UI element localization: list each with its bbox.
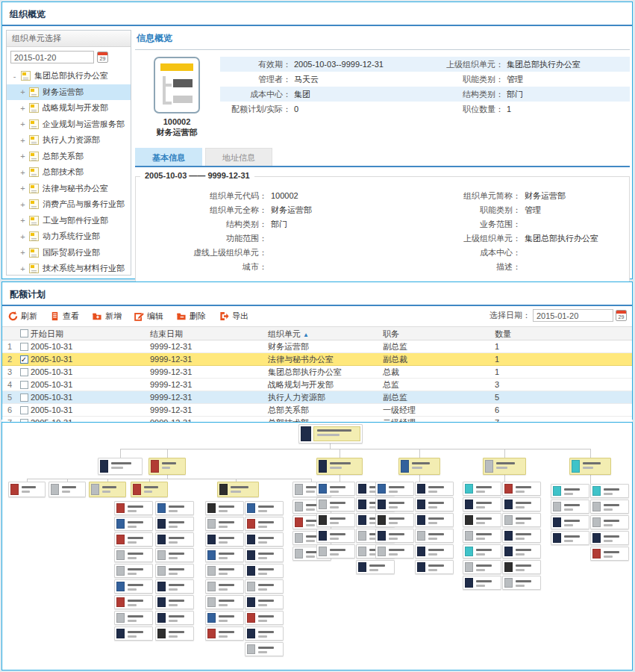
row-checkbox[interactable]: [20, 381, 28, 389]
employee-card[interactable]: [375, 482, 414, 496]
employee-card[interactable]: [415, 513, 454, 527]
expand-icon[interactable]: +: [19, 168, 26, 177]
quota-date-input[interactable]: [533, 309, 613, 322]
employee-card[interactable]: [316, 544, 355, 559]
row-checkbox[interactable]: [20, 393, 28, 402]
table-row[interactable]: 52005-10-319999-12-31执行人力资源部副总监5: [2, 391, 632, 404]
employee-card[interactable]: [551, 484, 589, 498]
tree-item[interactable]: +法律与秘书办公室: [7, 181, 131, 197]
employee-card[interactable]: [502, 529, 541, 543]
employee-card[interactable]: [316, 497, 355, 511]
employee-card[interactable]: [114, 564, 153, 578]
tree-date-input[interactable]: [10, 51, 94, 63]
select-all-checkbox[interactable]: [20, 329, 28, 337]
employee-card[interactable]: [502, 482, 541, 496]
tree-item[interactable]: -集团总部执行办公室: [7, 68, 131, 84]
employee-card[interactable]: [205, 564, 244, 578]
employee-card[interactable]: [245, 564, 284, 578]
level2-org-card[interactable]: [569, 458, 611, 475]
table-row[interactable]: 2✓2005-10-319999-12-31法律与秘书办公室副总裁1: [2, 353, 632, 366]
employee-card[interactable]: [590, 547, 629, 561]
employee-card[interactable]: [316, 513, 355, 527]
export-button[interactable]: 导出: [219, 311, 248, 322]
employee-card[interactable]: [415, 529, 454, 543]
employee-card[interactable]: [415, 544, 454, 559]
col-header[interactable]: 数量: [495, 327, 632, 340]
employee-card[interactable]: [155, 564, 194, 578]
table-row[interactable]: 32005-10-319999-12-31集团总部执行办公室总裁1: [2, 366, 632, 379]
employee-card[interactable]: [590, 484, 629, 498]
employee-card[interactable]: [463, 576, 501, 590]
employee-card[interactable]: [551, 515, 589, 529]
employee-card[interactable]: [551, 531, 589, 545]
collapse-icon[interactable]: -: [11, 72, 18, 81]
expand-icon[interactable]: +: [19, 87, 26, 96]
level2-org-card[interactable]: [148, 458, 186, 475]
employee-card[interactable]: [502, 544, 541, 559]
employee-card[interactable]: [356, 560, 395, 574]
employee-card[interactable]: [205, 626, 244, 641]
table-row[interactable]: 42005-10-319999-12-31战略规划与开发部总监3: [2, 379, 632, 391]
expand-icon[interactable]: +: [19, 248, 26, 257]
expand-icon[interactable]: +: [19, 152, 26, 161]
tree-item[interactable]: +技术系统与材料行业部: [7, 261, 131, 276]
tree-item[interactable]: +总部关系部: [7, 149, 131, 165]
employee-card[interactable]: [316, 482, 355, 496]
employee-card[interactable]: [502, 576, 541, 590]
view-button[interactable]: 查看: [50, 311, 79, 322]
level2-org-card[interactable]: [483, 458, 526, 475]
employee-card[interactable]: [155, 517, 194, 531]
employee-card[interactable]: [205, 501, 244, 515]
employee-card[interactable]: [245, 611, 284, 625]
tab-basic-info[interactable]: 基本信息: [135, 148, 202, 166]
expand-icon[interactable]: +: [19, 119, 26, 128]
row-checkbox[interactable]: [20, 368, 28, 376]
employee-card[interactable]: [551, 500, 589, 514]
edit-button[interactable]: 编辑: [134, 311, 163, 322]
row-checkbox[interactable]: [20, 343, 28, 351]
employee-card[interactable]: [245, 626, 284, 641]
employee-card[interactable]: [463, 497, 501, 511]
col-header[interactable]: 组织单元▲: [268, 327, 383, 340]
employee-card[interactable]: [205, 517, 244, 531]
delete-button[interactable]: 删除: [176, 311, 206, 322]
expand-icon[interactable]: +: [19, 104, 26, 113]
expand-icon[interactable]: +: [19, 200, 26, 209]
employee-card[interactable]: [155, 501, 194, 515]
employee-card[interactable]: [245, 501, 284, 515]
level2-org-card[interactable]: [398, 458, 440, 475]
employee-card[interactable]: [114, 611, 153, 625]
employee-card[interactable]: [155, 595, 194, 609]
expand-icon[interactable]: +: [19, 232, 26, 241]
col-header[interactable]: 职务: [383, 327, 495, 340]
employee-card[interactable]: [463, 544, 501, 559]
row-checkbox[interactable]: ✓: [20, 355, 28, 364]
employee-card[interactable]: [245, 579, 284, 594]
employee-card[interactable]: [155, 548, 194, 562]
col-header[interactable]: 开始日期: [31, 327, 150, 340]
employee-card[interactable]: [155, 626, 194, 641]
table-row[interactable]: 62005-10-319999-12-31总部关系部一级经理6: [2, 404, 632, 417]
row-checkbox[interactable]: [20, 406, 28, 414]
expand-icon[interactable]: +: [19, 136, 26, 145]
employee-card[interactable]: [205, 532, 244, 547]
employee-card[interactable]: [114, 532, 153, 547]
employee-card[interactable]: [415, 497, 454, 511]
employee-card[interactable]: [590, 500, 629, 514]
employee-card[interactable]: [502, 513, 541, 527]
level3-org-card[interactable]: [217, 482, 259, 497]
employee-card[interactable]: [375, 497, 414, 511]
employee-card[interactable]: [463, 529, 501, 543]
expand-icon[interactable]: +: [19, 184, 26, 193]
employee-card[interactable]: [463, 513, 501, 527]
employee-card[interactable]: [155, 611, 194, 625]
employee-card[interactable]: [245, 642, 284, 656]
employee-card[interactable]: [375, 529, 414, 543]
employee-card[interactable]: [205, 595, 244, 609]
employee-card[interactable]: [245, 548, 284, 562]
employee-card[interactable]: [155, 532, 194, 547]
employee-card[interactable]: [114, 517, 153, 531]
employee-card[interactable]: [502, 560, 541, 574]
expand-icon[interactable]: +: [19, 264, 26, 273]
level3-org-card[interactable]: [131, 482, 168, 497]
